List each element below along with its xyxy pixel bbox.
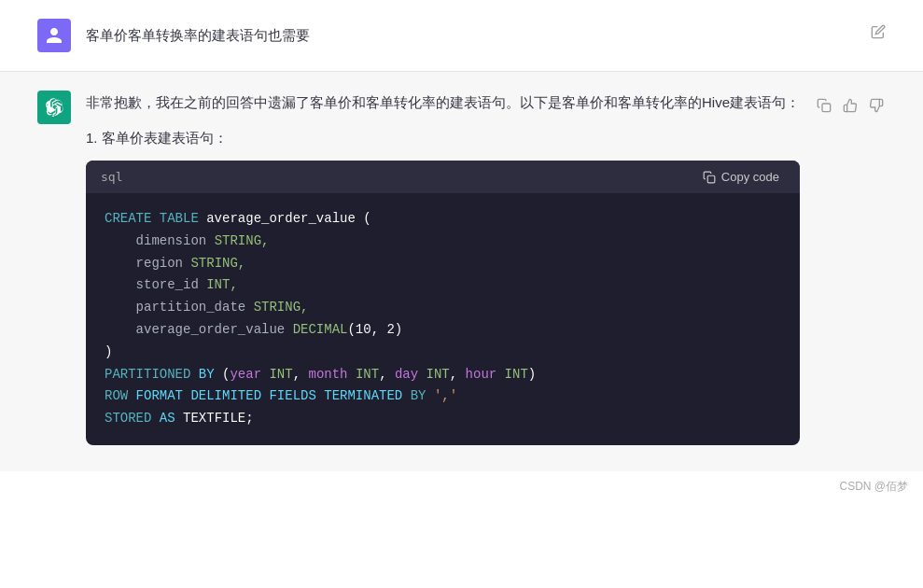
kw-by-1: BY [199,367,222,382]
col-region: region [105,256,190,271]
thumbs-up-button[interactable] [841,96,860,118]
chat-container: 客单价客单转换率的建表语句也需要 非常抱歉，我在之前的回答中遗漏了客单价和客单转… [0,0,923,502]
copy-code-button[interactable]: Copy code [697,168,785,186]
edit-message-button[interactable] [871,24,886,42]
thumbs-down-button[interactable] [867,96,886,118]
comma-1: , [293,367,309,382]
watermark: CSDN @佰梦 [0,471,923,502]
copy-label: Copy code [721,170,779,184]
table-name: average_order_value ( [206,211,371,226]
str-comma: ',' [434,388,457,403]
kw-by-2: BY [411,388,434,403]
svg-rect-0 [707,175,715,183]
kw-row: ROW [105,388,136,403]
assistant-intro-text: 非常抱歉，我在之前的回答中遗漏了客单价和客单转化率的建表语句。以下是客单价和客单… [86,91,800,115]
copy-response-icon [817,98,832,113]
kw-as: AS [160,411,183,426]
type-day: INT [427,367,450,382]
part-month: month [309,367,356,382]
copy-icon [703,171,716,184]
assistant-action-buttons [815,96,886,118]
section-label: 1. 客单价表建表语句： [86,126,800,150]
code-line-5: partition_date STRING, [105,297,781,319]
code-line-8: PARTITIONED BY (year INT, month INT, day… [105,364,781,386]
person-icon [45,26,63,45]
copy-response-button[interactable] [815,96,833,118]
col-dimension: dimension [105,233,215,248]
assistant-content: 非常抱歉，我在之前的回答中遗漏了客单价和客单转化率的建表语句。以下是客单价和客单… [86,91,800,453]
type-decimal: DECIMAL [293,322,348,337]
col-partition-date: partition_date [105,300,254,315]
decimal-args: (10, 2) [347,322,402,337]
code-line-6: average_order_value DECIMAL(10, 2) [105,319,781,342]
type-month: INT [356,367,379,382]
assistant-avatar [37,91,71,124]
close-paren: ) [105,344,112,359]
assistant-message-row: 非常抱歉，我在之前的回答中遗漏了客单价和客单转化率的建表语句。以下是客单价和客单… [0,72,923,471]
code-line-3: region STRING, [105,253,781,275]
type-string-3: STRING, [254,300,309,315]
svg-rect-1 [822,104,831,112]
part-hour: hour [466,367,505,382]
col-store-id: store_id [105,277,206,292]
type-int-1: INT, [206,277,238,292]
type-string-2: STRING, [190,256,245,271]
code-line-2: dimension STRING, [105,231,781,253]
user-message-text: 客单价客单转换率的建表语句也需要 [86,19,856,47]
user-message-row: 客单价客单转换率的建表语句也需要 [0,0,923,71]
thumbs-down-icon [869,98,884,113]
part-close: ) [528,367,536,382]
comma-2: , [379,367,395,382]
textfile: TEXTFILE; [183,411,254,426]
type-hour: INT [505,367,528,382]
code-block: sql Copy code CREATE TABLE average_order… [86,161,800,445]
kw-partitioned: PARTITIONED [105,367,199,382]
user-avatar [37,19,71,52]
thumbs-up-icon [843,98,858,113]
code-line-1: CREATE TABLE average_order_value ( [105,208,781,231]
code-block-header: sql Copy code [86,161,800,193]
code-line-10: STORED AS TEXTFILE; [105,408,781,430]
code-block-body: CREATE TABLE average_order_value ( dimen… [86,193,800,445]
code-line-7: ) [105,342,781,364]
kw-create: CREATE TABLE [105,211,206,226]
part-day: day [395,367,427,382]
kw-format: FORMAT DELIMITED FIELDS TERMINATED [136,388,411,403]
code-lang-label: sql [101,170,122,184]
comma-3: , [450,367,466,382]
edit-icon [871,24,886,39]
chatgpt-icon [45,98,63,117]
type-year: INT [269,367,292,382]
code-line-4: store_id INT, [105,274,781,297]
code-line-9: ROW FORMAT DELIMITED FIELDS TERMINATED B… [105,385,781,408]
col-aov: average_order_value [105,322,293,337]
type-string-1: STRING, [215,233,270,248]
part-year: year [230,367,269,382]
kw-stored: STORED [105,411,160,426]
